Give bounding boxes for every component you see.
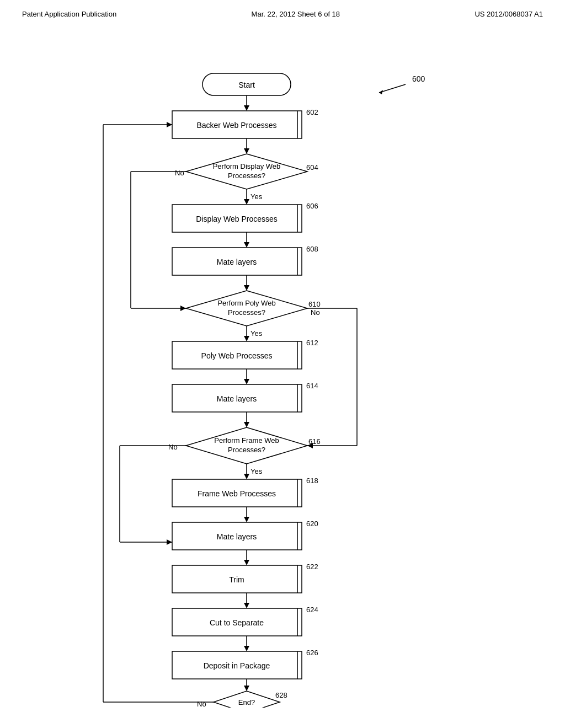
svg-marker-42 — [244, 560, 249, 565]
svg-marker-55 — [167, 122, 172, 127]
num-606: 606 — [306, 202, 318, 210]
svg-marker-3 — [244, 105, 249, 111]
num-610: 610 — [308, 300, 321, 308]
label-620: Mate layers — [217, 532, 257, 541]
label-618: Frame Web Processes — [198, 489, 276, 498]
ref-600: 600 — [412, 74, 425, 83]
num-602: 602 — [306, 108, 318, 116]
yes-610: Yes — [250, 329, 263, 338]
num-622: 622 — [306, 563, 318, 571]
num-614: 614 — [306, 382, 318, 390]
diagram-container: 600 Start Backer Web Processes 602 Perfo… — [0, 24, 565, 719]
num-604: 604 — [306, 163, 318, 172]
svg-marker-21 — [244, 336, 249, 341]
svg-marker-48 — [244, 646, 249, 651]
svg-marker-45 — [244, 603, 249, 608]
label-606: Display Web Processes — [196, 215, 278, 223]
label-616b: Processes? — [228, 446, 265, 454]
svg-marker-6 — [244, 148, 249, 154]
yes-604: Yes — [250, 192, 263, 201]
svg-marker-31 — [167, 539, 172, 545]
no-604: No — [175, 169, 184, 177]
flowchart-svg: 600 Start Backer Web Processes 602 Perfo… — [48, 35, 517, 708]
svg-marker-27 — [244, 422, 249, 427]
label-626: Deposit in Package — [204, 661, 270, 670]
svg-marker-51 — [244, 686, 249, 691]
label-622: Trim — [229, 575, 244, 584]
svg-marker-34 — [180, 306, 186, 311]
label-610b: Processes? — [228, 308, 265, 317]
header-middle: Mar. 22, 2012 Sheet 6 of 18 — [252, 10, 340, 18]
label-612: Poly Web Processes — [201, 351, 273, 360]
svg-marker-39 — [244, 517, 249, 522]
header-left: Patent Application Publication — [22, 10, 116, 18]
svg-marker-15 — [244, 285, 249, 291]
num-628: 628 — [275, 691, 287, 699]
num-612: 612 — [306, 339, 318, 347]
yes-616: Yes — [250, 467, 263, 475]
num-616: 616 — [308, 437, 321, 446]
header-right: US 2012/0068037 A1 — [475, 10, 543, 18]
no-616: No — [168, 443, 178, 451]
label-624: Cut to Separate — [210, 618, 264, 627]
label-616a: Perform Frame Web — [214, 436, 279, 445]
label-628: End? — [238, 698, 255, 706]
svg-line-0 — [379, 84, 406, 93]
svg-marker-12 — [244, 242, 249, 248]
label-604b: Processes? — [228, 172, 265, 180]
num-626: 626 — [306, 649, 318, 657]
num-618: 618 — [306, 477, 318, 485]
num-624: 624 — [306, 606, 318, 614]
label-604a: Perform Display Web — [213, 162, 281, 170]
svg-marker-36 — [244, 474, 249, 479]
num-620: 620 — [306, 520, 318, 528]
label-start: Start — [238, 81, 255, 89]
no-628: No — [197, 700, 206, 708]
label-614: Mate layers — [217, 394, 257, 403]
label-610a: Perform Poly Web — [217, 299, 275, 307]
svg-marker-9 — [244, 199, 249, 205]
num-608: 608 — [306, 245, 318, 253]
no-610: No — [311, 308, 320, 317]
svg-marker-24 — [244, 379, 249, 384]
label-608: Mate layers — [217, 258, 257, 266]
label-602: Backer Web Processes — [196, 121, 276, 130]
page-header: Patent Application Publication Mar. 22, … — [0, 0, 565, 24]
